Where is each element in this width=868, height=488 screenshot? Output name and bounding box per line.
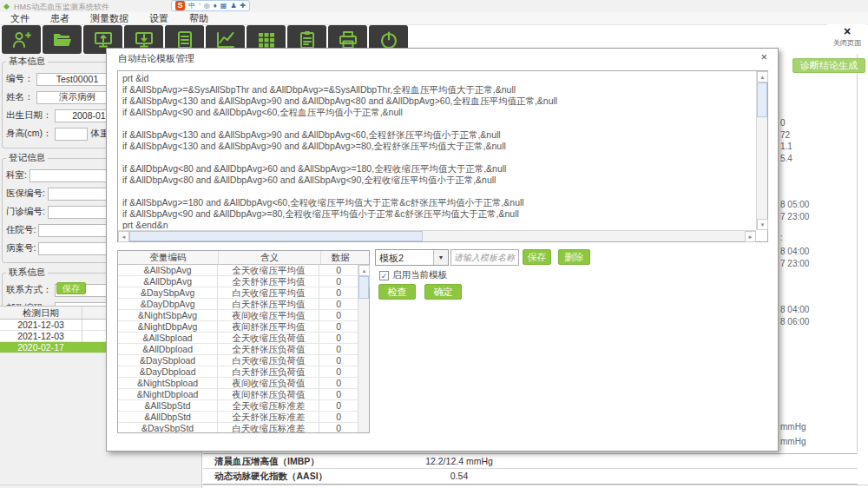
variable-row[interactable]: &AllDbpAvg 全天舒张压平均值 0 xyxy=(118,276,358,287)
variable-code: &DaySbpload xyxy=(118,355,218,366)
registry-info-title: 登记信息 xyxy=(6,152,48,164)
title-bar: ◆ HMS动态血压监测系统软件 S 中 ’ ◎ ♦ ▦ ♟ ✚ xyxy=(0,0,868,12)
monitor-upload-icon xyxy=(92,30,115,50)
department-field[interactable] xyxy=(30,169,112,182)
menu-file[interactable]: 文件 xyxy=(0,12,40,25)
result-fragment: 72 xyxy=(780,130,790,140)
variable-value: 0 xyxy=(319,299,358,309)
variable-row[interactable]: &AllDbpStd 全天舒张压标准差 0 xyxy=(118,412,358,423)
scroll-up-icon[interactable]: ▲ xyxy=(358,265,370,276)
variable-value: 0 xyxy=(319,276,358,287)
template-delete-button[interactable]: 删除 xyxy=(558,249,590,265)
punctuation-icon[interactable]: ’ xyxy=(199,1,201,10)
menu-patient[interactable]: 患者 xyxy=(40,12,80,25)
generate-diagnosis-button[interactable]: 诊断结论生成 xyxy=(792,58,865,73)
variable-code: &AllDbpAvg xyxy=(118,276,218,287)
result-fragment: 5.4 xyxy=(780,154,792,163)
check-button[interactable]: 检查 xyxy=(378,284,416,300)
scroll-right-icon[interactable]: ► xyxy=(745,231,756,242)
patient-name-label: 姓名： xyxy=(6,91,34,103)
emoji-icon[interactable]: ◎ xyxy=(204,1,210,10)
scroll-thumb[interactable] xyxy=(129,231,423,241)
variable-value: 0 xyxy=(319,423,358,432)
variable-meaning: 夜间收缩压平均值 xyxy=(218,310,319,320)
menu-help[interactable]: 帮助 xyxy=(179,12,219,25)
variable-meaning: 全天收缩压平均值 xyxy=(218,265,319,275)
patient-save-button[interactable]: 保存 xyxy=(56,282,86,294)
add-patient-button[interactable] xyxy=(2,25,41,54)
enable-template-checkbox[interactable]: ✓ xyxy=(379,271,389,280)
scroll-thumb[interactable] xyxy=(358,276,369,299)
department-label: 科室: xyxy=(6,169,27,181)
result-fragment: mmHg xyxy=(780,422,806,432)
exam-date-header: 检测日期 xyxy=(0,307,82,319)
variable-meaning: 全天收缩压负荷值 xyxy=(218,333,319,343)
dialog-close-icon[interactable]: × xyxy=(760,50,767,63)
menu-settings[interactable]: 设置 xyxy=(139,12,179,25)
wrench-icon[interactable]: ✚ xyxy=(240,1,247,10)
variable-row[interactable]: &NightDbpload 夜间舒张压负荷值 0 xyxy=(118,389,358,400)
scroll-up-icon[interactable]: ▲ xyxy=(757,71,768,82)
open-folder-icon xyxy=(51,30,74,50)
ime-toolbar[interactable]: S 中 ’ ◎ ♦ ▦ ♟ ✚ xyxy=(171,0,250,11)
menu-measure-data[interactable]: 测量数据 xyxy=(80,12,139,25)
variable-meaning: 白天收缩压负荷值 xyxy=(218,355,319,366)
result-fragment: : xyxy=(780,233,783,242)
chevron-down-icon[interactable]: ▼ xyxy=(433,250,448,265)
template-vertical-scrollbar[interactable]: ▲ ▼ xyxy=(756,71,767,230)
variable-row[interactable]: &DayDbpload 白天舒张压负荷值 0 xyxy=(118,366,358,378)
imbp-label: 清晨血压增高值（IMBP） xyxy=(214,456,319,468)
variable-row[interactable]: &AllSbpload 全天收缩压负荷值 0 xyxy=(118,333,358,344)
ime-logo-icon[interactable]: S xyxy=(175,1,185,10)
col-code-header: 变量编码 xyxy=(118,251,219,264)
template-horizontal-scrollbar[interactable]: ◄ ► xyxy=(118,230,756,241)
variable-value: 0 xyxy=(319,265,358,275)
variable-value: 0 xyxy=(319,333,358,343)
variable-table-scrollbar[interactable]: ▲ ▼ xyxy=(358,265,369,432)
scroll-down-icon[interactable]: ▼ xyxy=(757,219,768,230)
ok-button[interactable]: 确定 xyxy=(424,284,462,300)
clipboard-icon xyxy=(296,30,319,50)
document-list-icon xyxy=(174,30,196,50)
variable-row[interactable]: &AllSbpStd 全天收缩压标准差 0 xyxy=(118,400,358,412)
template-text[interactable]: prt &id if &AllSbpAvg>=&SysAllSbpThr and… xyxy=(118,71,755,229)
variable-row[interactable]: &AllDbpload 全天舒张压负荷值 0 xyxy=(118,344,358,355)
template-text-area[interactable]: prt &id if &AllSbpAvg>=&SysAllSbpThr and… xyxy=(117,70,768,242)
variable-row[interactable]: &DaySbpAvg 白天收缩压平均值 0 xyxy=(118,287,358,299)
variable-code: &AllDbpload xyxy=(118,344,218,354)
chinese-mode-icon[interactable]: 中 xyxy=(188,1,195,10)
grid-icon xyxy=(255,30,278,50)
variable-row[interactable]: &NightSbpAvg 夜间收缩压平均值 0 xyxy=(118,310,358,321)
height-field[interactable] xyxy=(55,128,88,141)
close-page-button[interactable]: × 关闭页面 xyxy=(827,24,867,53)
mic-icon[interactable]: ♦ xyxy=(214,1,217,10)
variable-row[interactable]: &AllSbpAvg 全天收缩压平均值 0 xyxy=(118,265,358,276)
variable-row[interactable]: &NightDbpAvg 夜间舒张压平均值 0 xyxy=(118,321,358,333)
basic-info-title: 基本信息 xyxy=(6,56,48,68)
variable-row[interactable]: &NightSbpload 夜间收缩压负荷值 0 xyxy=(118,378,358,389)
variable-value: 0 xyxy=(319,344,358,354)
result-fragment: 8 06:00 xyxy=(780,317,809,326)
phone-label: 联系方式： xyxy=(6,284,52,296)
open-record-button[interactable] xyxy=(43,25,82,54)
variable-row[interactable]: &DaySbpStd 白天收缩压标准差 0 xyxy=(118,423,358,432)
soft-keyboard-icon[interactable]: ▦ xyxy=(220,1,227,10)
variable-row[interactable]: &DaySbpload 白天收缩压负荷值 0 xyxy=(118,355,358,366)
scroll-thumb[interactable] xyxy=(757,82,767,117)
app-icon: ◆ xyxy=(3,2,10,10)
variable-row[interactable]: &DayDbpAvg 白天舒张压平均值 0 xyxy=(118,299,358,310)
outpatient-no-label: 门诊编号: xyxy=(6,206,45,218)
template-save-button[interactable]: 保存 xyxy=(523,249,551,265)
result-row: 清晨血压增高值（IMBP） 12.2/12.4 mmHg xyxy=(203,454,858,469)
scroll-left-icon[interactable]: ◄ xyxy=(118,231,129,242)
dialog-title: 自动结论模板管理 xyxy=(118,52,194,65)
template-name-input[interactable] xyxy=(450,249,519,266)
variable-meaning: 夜间收缩压负荷值 xyxy=(218,378,319,388)
imbp-value: 12.2/12.4 mmHg xyxy=(403,456,516,466)
result-fragment: 0 xyxy=(780,118,786,128)
line-chart-icon xyxy=(214,30,237,50)
toolbox-icon[interactable]: ♟ xyxy=(230,1,236,10)
variable-meaning: 全天舒张压负荷值 xyxy=(218,344,319,354)
results-panel-edge: 0 72 1.1 5.4 8 05:00 7 23:00 : 8 04:00 7… xyxy=(779,54,858,452)
template-select[interactable]: 模板2 ▼ xyxy=(375,249,449,266)
